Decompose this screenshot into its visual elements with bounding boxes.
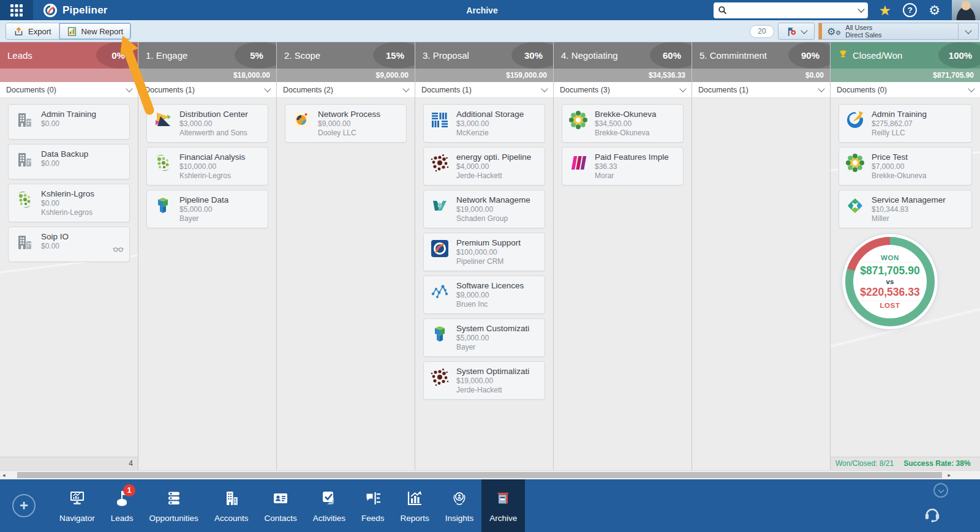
nav-collapse-icon[interactable]: [933, 483, 948, 498]
topbar-right-cluster: ★ ? ⚙: [714, 0, 980, 20]
scroll-right-icon[interactable]: ▸: [948, 471, 951, 479]
card-title: Data Backup: [41, 149, 124, 159]
nav-item-insights[interactable]: Insights: [437, 479, 482, 532]
column-header[interactable]: 5. Commintment90%: [692, 42, 830, 69]
dot-cluster-logo: [429, 366, 451, 388]
column-name: Leads: [7, 50, 32, 61]
new-report-button[interactable]: New Report: [59, 23, 131, 39]
documents-dropdown[interactable]: Documents (1): [138, 82, 276, 98]
opportunity-card[interactable]: Financial Analysis$10,000.00Kshlerin-Leg…: [146, 147, 268, 185]
nav-item-navigator[interactable]: Navigator: [51, 479, 103, 532]
documents-label: Documents (0): [6, 86, 56, 94]
opportunity-card[interactable]: Price Test$7,000.00Brekke-Okuneva: [839, 147, 972, 185]
nav-item-feeds[interactable]: Feeds: [353, 479, 393, 532]
card-text: Admin Training$0.00: [41, 109, 124, 129]
opportunity-card[interactable]: Admin Training$0.00: [8, 104, 130, 140]
documents-dropdown[interactable]: Documents (1): [415, 82, 553, 98]
global-search[interactable]: [714, 2, 868, 18]
horizontal-scrollbar[interactable]: ◂ ▸: [0, 470, 980, 480]
card-company: Dooley LLC: [318, 129, 401, 138]
pipeliner-logo: [429, 238, 451, 260]
support-headset-icon[interactable]: [922, 504, 942, 526]
documents-dropdown[interactable]: Documents (0): [0, 82, 138, 98]
card-company: Bayer: [456, 343, 540, 352]
nav-item-accounts[interactable]: Accounts: [206, 479, 257, 532]
export-button[interactable]: Export: [6, 23, 59, 39]
opportunity-card[interactable]: Brekke-Okuneva$34,500.00Brekke-Okuneva: [562, 104, 684, 143]
help-icon[interactable]: ?: [903, 3, 917, 17]
scope-accent-bar: [819, 23, 822, 39]
column-percent-badge: 100%: [938, 42, 980, 69]
card-value: $0.00: [41, 199, 124, 208]
opportunity-card[interactable]: Premium Support$100,000.00Pipeliner CRM: [423, 233, 545, 271]
opportunity-card[interactable]: energy opti. Pipeline$4,000.00Jerde-Hack…: [423, 147, 545, 185]
opportunity-card[interactable]: Software Licences$9,000.00Bruen Inc: [423, 275, 545, 314]
pipeline-column--scope: 2. Scope15%$9,000.00Documents (2)Network…: [277, 42, 415, 532]
flag-target-icon: [786, 26, 797, 37]
nav-item-contacts[interactable]: Contacts: [256, 479, 304, 532]
column-header[interactable]: 3. Proposal30%: [415, 42, 553, 69]
scroll-left-icon[interactable]: ◂: [2, 471, 6, 479]
column-header[interactable]: Closed/Won100%: [831, 42, 980, 69]
scope-gears-icon: ⚙⚙: [827, 26, 841, 37]
column-name: Closed/Won: [853, 50, 902, 61]
nav-item-leads[interactable]: 1Leads: [103, 479, 141, 532]
card-company: Brekke-Okuneva: [872, 171, 967, 181]
column-header[interactable]: 2. Scope15%: [277, 42, 415, 69]
opportunity-card[interactable]: Admin Training$275,862.07Reilly LLC: [839, 104, 972, 143]
column-header[interactable]: 4. Negotiating60%: [554, 42, 692, 69]
opportunity-card[interactable]: System Optimalizati$19,000.00Jerde-Hacke…: [423, 361, 545, 400]
favorites-star-icon[interactable]: ★: [879, 4, 892, 17]
card-text: Paid Features Imple$36.33Morar: [595, 152, 678, 181]
pipeliner-logo[interactable]: Pipeliner: [43, 3, 108, 18]
documents-dropdown[interactable]: Documents (1): [692, 82, 830, 98]
opportunity-card[interactable]: Kshlerin-Lgros$0.00Kshlerin-Legros: [8, 184, 130, 222]
nav-item-activities[interactable]: Activities: [305, 479, 353, 532]
opportunity-card[interactable]: Soip IO$0.00: [8, 227, 130, 262]
card-value: $4,000.00: [456, 162, 540, 171]
column-header[interactable]: Leads0%: [0, 42, 138, 69]
card-value: $3,000.00: [456, 119, 540, 129]
user-avatar[interactable]: [952, 0, 980, 20]
app-grid-icon[interactable]: [0, 0, 33, 20]
column-header[interactable]: 1. Engage5%: [138, 42, 276, 69]
column-amount: $159,000.00: [415, 69, 553, 82]
triangle-logo: [152, 109, 174, 131]
scrollbar-thumb[interactable]: [17, 472, 942, 478]
opportunity-card[interactable]: Paid Features Imple$36.33Morar: [562, 147, 684, 185]
nav-label: Contacts: [264, 514, 296, 523]
card-company: Kshlerin-Legros: [179, 171, 263, 181]
documents-dropdown[interactable]: Documents (0): [831, 82, 980, 98]
opportunity-card[interactable]: Distribution Center$3,000.00Altenwerth a…: [146, 104, 268, 143]
opportunity-card[interactable]: System Customizati$5,000.00Bayer: [423, 318, 545, 357]
search-icon: [718, 6, 727, 15]
nav-item-reports[interactable]: Reports: [392, 479, 437, 532]
search-input[interactable]: [731, 5, 855, 15]
opportunity-card[interactable]: Pipeline Data$5,000.00Bayer: [146, 190, 268, 228]
opportunity-card[interactable]: Additional Storage$3,000.00McKenzie: [423, 104, 545, 143]
opportunity-card[interactable]: Network Manageme$19,000.00Schaden Group: [423, 190, 545, 228]
view-mode-dropdown[interactable]: [778, 23, 815, 40]
search-dropdown-icon[interactable]: [858, 6, 864, 12]
column-name: 2. Scope: [284, 50, 320, 61]
card-title: Distribution Center: [179, 109, 263, 119]
scope-caret[interactable]: [958, 23, 978, 39]
pipeline-column--proposal: 3. Proposal30%$159,000.00Documents (1)Ad…: [415, 42, 554, 532]
nav-accounts-icon: [222, 489, 241, 509]
quick-add-button[interactable]: +: [12, 494, 36, 517]
opportunity-card[interactable]: Network Process$9,000.00Dooley LLC: [285, 104, 407, 143]
pipeline-column-leads: Leads0%Documents (0)Admin Training$0.00D…: [0, 42, 138, 470]
card-value: $34,500.00: [595, 119, 678, 129]
scope-selector[interactable]: ⚙⚙ All Users Direct Sales: [818, 23, 979, 40]
column-count: 4: [0, 457, 138, 470]
nav-label: Accounts: [214, 514, 249, 523]
card-company: Morar: [595, 171, 678, 181]
nav-item-archive[interactable]: Archive: [481, 479, 525, 532]
documents-dropdown[interactable]: Documents (2): [277, 82, 415, 98]
nav-item-opportunities[interactable]: Opportunities: [141, 479, 206, 532]
opportunity-card[interactable]: Service Managemer$10,344.83Miller: [839, 190, 972, 228]
opportunity-card[interactable]: Data Backup$0.00: [8, 144, 130, 179]
column-percent-badge: 60%: [650, 42, 692, 69]
settings-gear-icon[interactable]: ⚙: [929, 4, 940, 17]
documents-dropdown[interactable]: Documents (3): [554, 82, 692, 98]
